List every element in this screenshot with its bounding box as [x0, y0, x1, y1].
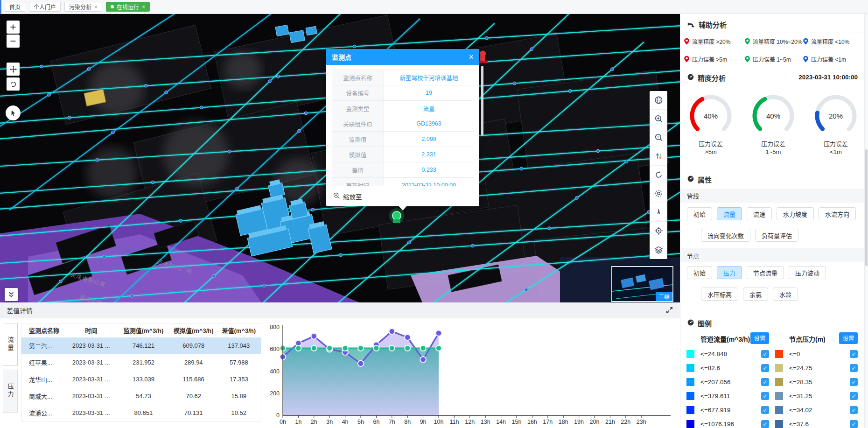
table-row[interactable]: 流潘公...2023-03-31 ...80.65170.13110.52	[21, 405, 261, 421]
legend-checkbox[interactable]: ✓	[761, 350, 769, 358]
legend-checkbox[interactable]: ✓	[850, 350, 858, 358]
tab-personal-portal[interactable]: 个人门户	[29, 2, 61, 12]
field-label: 差值	[332, 162, 384, 177]
legend-checkbox[interactable]: ✓	[850, 364, 858, 372]
compass-button[interactable]	[650, 203, 667, 222]
minimap[interactable]: 三维	[611, 266, 673, 302]
field-value[interactable]: GD13963	[384, 116, 474, 131]
field-value[interactable]: 2.098	[384, 132, 474, 147]
attr-button[interactable]: 负荷量评估	[755, 229, 798, 242]
field-value[interactable]: 0.233	[384, 162, 474, 177]
field-value[interactable]: 流量	[384, 101, 474, 116]
attr-button[interactable]: 水压标高	[701, 288, 738, 301]
table-row[interactable]: 商城大...2023-03-31 ...54.7370.6215.89	[21, 388, 261, 405]
table-cell: 70.62	[170, 388, 217, 405]
legend-threshold-label: <=207.056	[700, 379, 731, 386]
attr-button[interactable]: 流速	[747, 207, 772, 220]
field-value[interactable]: 19	[384, 85, 474, 100]
attr-button[interactable]: 初始	[687, 207, 712, 220]
selection-ring-button[interactable]	[650, 184, 667, 203]
pan-button[interactable]	[7, 63, 20, 76]
table-cell: 57.988	[217, 354, 261, 371]
rotate-view-button[interactable]	[650, 166, 667, 184]
close-icon[interactable]: ×	[94, 4, 98, 10]
legend-threshold-label: <=379.611	[700, 393, 730, 400]
legend-checkbox[interactable]: ✓	[850, 406, 858, 414]
zoom-in-button[interactable]	[650, 110, 667, 128]
legend-checkbox[interactable]: ✓	[850, 392, 858, 400]
legend-checkbox[interactable]: ✓	[850, 378, 858, 386]
table-column-header: 差值(m^3/h)	[217, 323, 261, 337]
legend-settings-button[interactable]: 设置	[750, 332, 769, 344]
field-label: 监测点名称	[332, 70, 384, 85]
tab-label: 个人门户	[34, 3, 56, 11]
collapse-panel-button[interactable]	[5, 288, 18, 301]
expand-icon[interactable]	[665, 306, 673, 314]
legend-checkbox[interactable]: ✓	[761, 364, 769, 372]
attr-button[interactable]: 水龄	[773, 288, 798, 301]
zoom-out-button[interactable]	[7, 35, 20, 48]
attr-button[interactable]: 节点流量	[747, 266, 784, 279]
table-row[interactable]: 第二汽...2023-03-31 ...746.121609.078137.04…	[21, 337, 261, 354]
attr-button[interactable]: 压力波动	[789, 266, 826, 279]
close-icon[interactable]: ×	[142, 4, 145, 10]
popup-field-table: 监测点名称新星驾校干河培训基地设备编号19监测类型流量关联组件IDGD13963…	[332, 70, 474, 186]
attr-button[interactable]: 余氯	[743, 288, 768, 301]
rotate-button[interactable]	[7, 77, 20, 91]
metric-tab-active[interactable]: 流量	[3, 323, 18, 366]
swap-view-button[interactable]	[650, 147, 667, 166]
legend-checkbox[interactable]: ✓	[761, 406, 769, 414]
locate-button[interactable]	[650, 222, 667, 240]
svg-text:21h: 21h	[605, 419, 615, 425]
zoom-in-icon	[654, 114, 663, 123]
attr-button[interactable]: 水流方向	[819, 207, 856, 220]
attr-button[interactable]: 压力	[717, 266, 742, 279]
metric-tab-inactive[interactable]: 压力	[3, 370, 18, 413]
gauge-icon	[687, 73, 694, 82]
attr-button[interactable]: 流向变化次数	[701, 229, 750, 242]
close-icon[interactable]: ×	[469, 52, 474, 62]
table-row[interactable]: 红苹果...2023-03-31 ...231.952289.9457.988	[21, 354, 261, 371]
svg-text:4h: 4h	[342, 419, 349, 425]
layers-button[interactable]	[650, 240, 667, 259]
legend-checkbox[interactable]: ✓	[850, 420, 858, 428]
tab-pollution-analysis[interactable]: 污染分析×	[64, 2, 102, 12]
table-cell: 2023-03-31 ...	[65, 405, 117, 421]
view-mode-badge[interactable]: 三维	[656, 292, 672, 301]
legend-settings-button[interactable]: 设置	[839, 332, 858, 344]
svg-text:23h: 23h	[637, 419, 646, 425]
attr-button[interactable]: 流量	[717, 207, 742, 220]
zoom-out-button[interactable]	[650, 128, 667, 147]
table-cell: 红苹果...	[21, 354, 66, 371]
table-row[interactable]: 龙华山...2023-03-31 ...133.039115.68617.353	[21, 371, 261, 388]
attr-button[interactable]: 初始	[687, 266, 712, 279]
svg-text:7h: 7h	[389, 419, 395, 425]
table-cell: 70.131	[170, 405, 217, 421]
tab-online-running[interactable]: 在线运行×	[106, 2, 150, 12]
scrollbar-thumb[interactable]	[865, 149, 868, 266]
legend-checkbox[interactable]: ✓	[761, 420, 769, 428]
field-label: 监测值	[332, 132, 384, 147]
zoom-in-button[interactable]	[7, 21, 20, 34]
basemap-button[interactable]	[650, 91, 667, 110]
sidebar-scrollbar[interactable]	[864, 14, 868, 428]
map-3d-view[interactable]: 火鸟电竞公寓爱德幼稚园远大时代广场 三维 监测点 × 监测点名称新星驾校干河培训…	[0, 14, 680, 302]
legend-checkbox[interactable]: ✓	[761, 378, 769, 386]
field-value[interactable]: 新星驾校干河培训基地	[384, 70, 474, 85]
svg-text:12h: 12h	[465, 419, 475, 425]
gauge-caption: 压力误差	[806, 140, 865, 148]
attr-button[interactable]: 水力坡度	[777, 207, 814, 220]
popup-field-row: 监测类型流量	[332, 101, 474, 116]
panel-header: 差值详情	[0, 302, 680, 318]
legend-color-swatch	[686, 406, 694, 414]
field-value[interactable]: 2.331	[384, 147, 474, 162]
select-pointer-button[interactable]	[6, 105, 21, 120]
group-name: 节点	[687, 251, 699, 260]
legend-checkbox[interactable]: ✓	[761, 392, 769, 400]
popup-scrollbar[interactable]	[481, 66, 483, 136]
field-value[interactable]: 2023-03-31 10:00:00	[384, 178, 474, 186]
tab-home[interactable]: 首页	[5, 2, 25, 12]
gauge-ring: 40%	[688, 93, 733, 138]
table-column-header: 模拟值(m^3/h)	[170, 323, 217, 337]
zoom-to-button[interactable]: 缩放至	[326, 186, 479, 206]
